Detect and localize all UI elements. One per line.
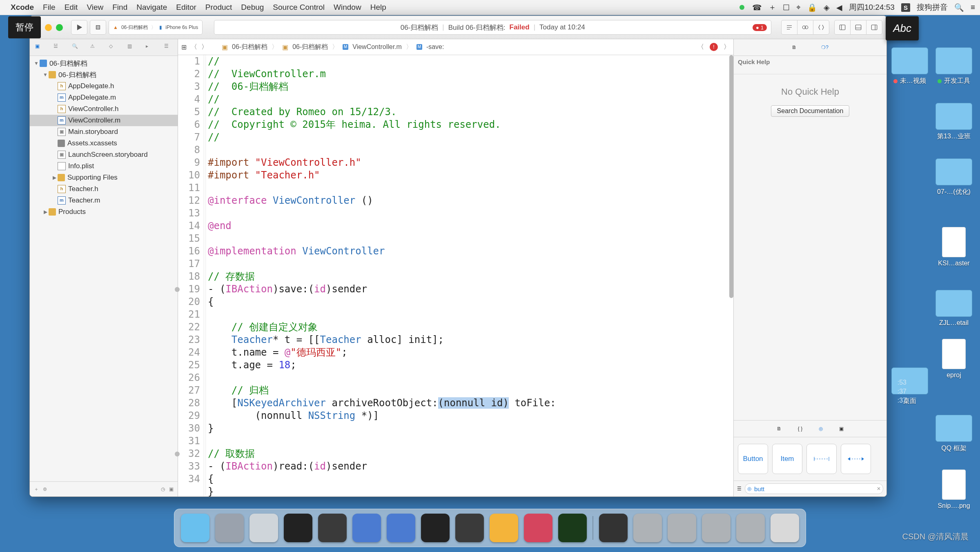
menu-file[interactable]: File (43, 3, 56, 12)
dock-finder[interactable] (181, 514, 209, 542)
status-icon-dropbox[interactable]: ☐ (783, 3, 790, 12)
object-barbuttonitem[interactable]: Item (772, 444, 802, 474)
menu-editor[interactable]: Editor (176, 3, 196, 12)
dock-video-player[interactable] (599, 514, 628, 542)
desktop-item[interactable]: ZJL…etail (933, 290, 975, 327)
symbol-navigator-tab[interactable]: ☱ (53, 43, 62, 51)
tree-item[interactable]: mAppDelegate.m (30, 92, 178, 103)
standard-editor-button[interactable] (781, 20, 797, 35)
menu-help[interactable]: Help (370, 3, 386, 12)
file-inspector-tab[interactable]: 🗎 (792, 45, 797, 50)
desktop-item[interactable]: 未…视频 (889, 47, 931, 85)
menubar-clock[interactable]: 周四10:24:53 (849, 2, 895, 13)
dock-iterm[interactable] (558, 514, 587, 542)
status-icon-1[interactable] (738, 4, 746, 11)
assistant-editor-button[interactable] (797, 20, 813, 35)
object-library-tab[interactable]: ◎ (819, 426, 823, 432)
object-fixed-space[interactable] (806, 444, 837, 474)
object-button[interactable]: Button (738, 444, 768, 474)
scm-icon[interactable]: ▣ (169, 486, 174, 492)
desktop-item[interactable]: KSI…aster (933, 227, 975, 267)
desktop-item[interactable]: 开发工具 (933, 47, 975, 85)
menu-navigate[interactable]: Navigate (136, 3, 167, 12)
tree-item[interactable]: ▣Main.storyboard (30, 126, 178, 138)
version-editor-button[interactable] (813, 20, 829, 35)
dock-win3[interactable] (702, 514, 731, 542)
find-navigator-tab[interactable]: 🔍 (72, 43, 80, 51)
crumb-project[interactable]: 06-归档解档 (232, 43, 267, 51)
menu-view[interactable]: View (87, 3, 103, 12)
project-navigator-tab[interactable]: ▣ (35, 43, 43, 51)
menu-product[interactable]: Product (205, 3, 232, 12)
ime-badge-icon[interactable]: S (901, 3, 910, 12)
desktop-item[interactable]: 第13…业班 (933, 103, 975, 141)
ime-name[interactable]: 搜狗拼音 (917, 2, 948, 13)
tree-item[interactable]: ▶Supporting Files (30, 172, 178, 183)
menu-edit[interactable]: Edit (65, 3, 78, 12)
minimize-icon[interactable] (45, 24, 52, 31)
tree-item[interactable]: hViewController.h (30, 103, 178, 115)
dock-mouse[interactable] (284, 514, 312, 542)
jumpbar-back-button[interactable]: 〈 (191, 43, 197, 51)
dock-win2[interactable] (668, 514, 696, 542)
dock-safari[interactable] (249, 514, 278, 542)
dock-p-app[interactable] (524, 514, 552, 542)
dock-win1[interactable] (633, 514, 662, 542)
toggle-debug-button[interactable] (850, 20, 866, 35)
run-button[interactable] (71, 20, 87, 35)
dock-win4[interactable] (736, 514, 765, 542)
search-documentation-button[interactable]: Search Documentation (771, 105, 850, 117)
status-icon-bluetooth[interactable]: ⌖ (796, 3, 801, 12)
jumpbar-forward-button[interactable]: 〉 (201, 43, 208, 51)
tree-item[interactable]: ▶Products (30, 206, 178, 218)
desktop-item[interactable]: 桌面 (889, 367, 931, 405)
project-tree[interactable]: ▼06-归档解档▼06-归档解档hAppDelegate.hmAppDelega… (30, 56, 178, 481)
list-view-icon[interactable]: ☰ (737, 486, 742, 492)
issue-navigator-tab[interactable]: ⚠ (90, 43, 98, 51)
dock-sketch[interactable] (490, 514, 518, 542)
menu-source-control[interactable]: Source Control (273, 3, 325, 12)
toggle-navigator-button[interactable] (834, 20, 850, 35)
breakpoint-navigator-tab[interactable]: ▸ (146, 43, 154, 51)
file-templates-tab[interactable]: 🗎 (777, 426, 782, 432)
scheme-selector[interactable]: ▲ 06-归档解档 〉 ▮ iPhone 6s Plus (109, 20, 203, 35)
crumb-symbol[interactable]: -save: (426, 43, 444, 51)
desktop-item[interactable]: Snip….png (933, 470, 975, 510)
status-icon-wifi[interactable]: ◈ (824, 3, 830, 12)
code-content[interactable]: //// ViewController.m// 06-归档解档//// Crea… (204, 55, 733, 496)
tree-item[interactable]: ▼06-归档解档 (30, 69, 178, 80)
add-icon[interactable]: ＋ (34, 486, 39, 493)
lcd-error-badge[interactable]: ● 1 (753, 24, 767, 31)
navigator-filter-bar[interactable]: ＋ ⊚ ◷ ▣ (30, 481, 178, 496)
tree-item[interactable]: ▣LaunchScreen.storyboard (30, 149, 178, 160)
library-filter-input[interactable] (745, 483, 883, 494)
dock-imovie[interactable] (318, 514, 347, 542)
crumb-group[interactable]: 06-归档解档 (292, 43, 328, 51)
menu-find[interactable]: Find (112, 3, 127, 12)
tree-item[interactable]: mViewController.m (30, 115, 178, 126)
dock-terminal[interactable] (421, 514, 450, 542)
tree-item[interactable]: hAppDelegate.h (30, 80, 178, 92)
report-navigator-tab[interactable]: ☰ (164, 43, 172, 51)
crumb-file[interactable]: ViewController.m (352, 43, 402, 51)
desktop-item[interactable]: eproj (933, 339, 975, 379)
dock-instruments[interactable] (387, 514, 415, 542)
zoom-icon[interactable] (56, 24, 63, 31)
menu-debug[interactable]: Debug (241, 3, 264, 12)
ime-candidate-overlay[interactable]: Abc (886, 16, 919, 40)
desktop-item[interactable]: 07-…(优化) (933, 158, 975, 196)
status-icon-volume[interactable]: ◀ (836, 3, 842, 12)
tree-item[interactable]: Assets.xcassets (30, 138, 178, 149)
object-library[interactable]: Button Item (734, 437, 886, 481)
debug-navigator-tab[interactable]: ▥ (127, 43, 136, 51)
dock-launchpad[interactable] (215, 514, 244, 542)
jumpbar-related-icon[interactable]: ⊞ (181, 43, 187, 51)
pause-overlay[interactable]: 暂停 (8, 16, 41, 38)
code-snippets-tab[interactable]: { } (798, 426, 802, 432)
scrollbar[interactable] (729, 55, 733, 298)
test-navigator-tab[interactable]: ◇ (109, 43, 117, 51)
activity-viewer[interactable]: 06-归档解档 | Build 06-归档解档: Failed | Today … (214, 20, 771, 35)
dock-settings[interactable] (455, 514, 484, 542)
recent-icon[interactable]: ◷ (161, 486, 165, 492)
tree-item[interactable]: ▼06-归档解档 (30, 58, 178, 69)
